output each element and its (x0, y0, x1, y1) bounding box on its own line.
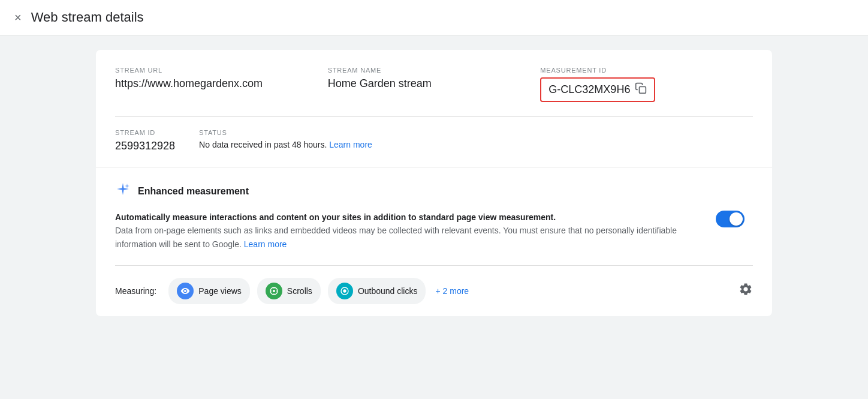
svg-rect-0 (640, 87, 646, 94)
stream-id-label: STREAM ID (115, 129, 175, 136)
stream-status-block: STATUS No data received in past 48 hours… (199, 129, 372, 152)
chip-page-views[interactable]: Page views (168, 278, 250, 304)
enhanced-desc-muted: Data from on-page elements such as links… (115, 226, 677, 248)
enhanced-header: Enhanced measurement (115, 182, 753, 201)
stream-id-value: 2599312928 (115, 140, 175, 152)
enhanced-description-container: Automatically measure interactions and c… (115, 211, 745, 251)
main-content: STREAM URL https://www.homegardenx.com S… (0, 35, 868, 331)
enhanced-desc-text: Automatically measure interactions and c… (115, 211, 701, 251)
stream-status-section: STREAM ID 2599312928 STATUS No data rece… (96, 117, 772, 167)
more-link[interactable]: + 2 more (435, 286, 469, 296)
settings-gear-icon[interactable] (739, 282, 753, 300)
stream-name-block: STREAM NAME Home Garden stream (328, 67, 541, 90)
stream-top-info: STREAM URL https://www.homegardenx.com S… (96, 50, 772, 116)
stream-details-card: STREAM URL https://www.homegardenx.com S… (96, 50, 772, 316)
enhanced-measurement-toggle[interactable] (716, 211, 745, 227)
status-value: No data received in past 48 hours. Learn… (199, 140, 372, 149)
close-button[interactable]: × (14, 11, 22, 23)
chip-outbound-clicks-label: Outbound clicks (358, 286, 418, 296)
stream-url-block: STREAM URL https://www.homegardenx.com (115, 67, 328, 90)
stream-id-block: STREAM ID 2599312928 (115, 129, 175, 152)
copy-icon[interactable] (635, 82, 647, 97)
stream-name-label: STREAM NAME (328, 67, 541, 74)
status-learn-more-link[interactable]: Learn more (329, 140, 372, 149)
measuring-section: Measuring: Page views (96, 266, 772, 316)
stream-url-value: https://www.homegardenx.com (115, 77, 328, 90)
measurement-id-label: MEASUREMENT ID (540, 67, 753, 74)
stream-name-value: Home Garden stream (328, 77, 541, 90)
stream-url-label: STREAM URL (115, 67, 328, 74)
scrolls-icon (266, 283, 282, 299)
status-label: STATUS (199, 129, 372, 136)
outbound-clicks-icon (336, 283, 353, 299)
page-header: × Web stream details (0, 0, 868, 35)
enhanced-learn-more-link[interactable]: Learn more (244, 239, 287, 249)
page-views-icon (177, 283, 194, 299)
svg-point-2 (273, 290, 275, 292)
chip-outbound-clicks[interactable]: Outbound clicks (328, 278, 426, 304)
enhanced-desc-bold: Automatically measure interactions and c… (115, 212, 556, 222)
enhanced-measurement-title: Enhanced measurement (138, 186, 249, 197)
enhanced-measurement-section: Enhanced measurement Automatically measu… (96, 167, 772, 265)
chip-page-views-label: Page views (198, 286, 242, 296)
measurement-id-value: G-CLC32MX9H6 (548, 83, 630, 96)
chip-scrolls[interactable]: Scrolls (257, 278, 321, 304)
measurement-id-container: G-CLC32MX9H6 (540, 77, 655, 102)
svg-point-8 (343, 290, 346, 293)
measuring-label: Measuring: (115, 286, 156, 296)
sparkle-icon (115, 182, 131, 201)
page-title: Web stream details (31, 10, 144, 25)
chip-scrolls-label: Scrolls (287, 286, 312, 296)
measurement-id-block: MEASUREMENT ID G-CLC32MX9H6 (540, 67, 753, 102)
